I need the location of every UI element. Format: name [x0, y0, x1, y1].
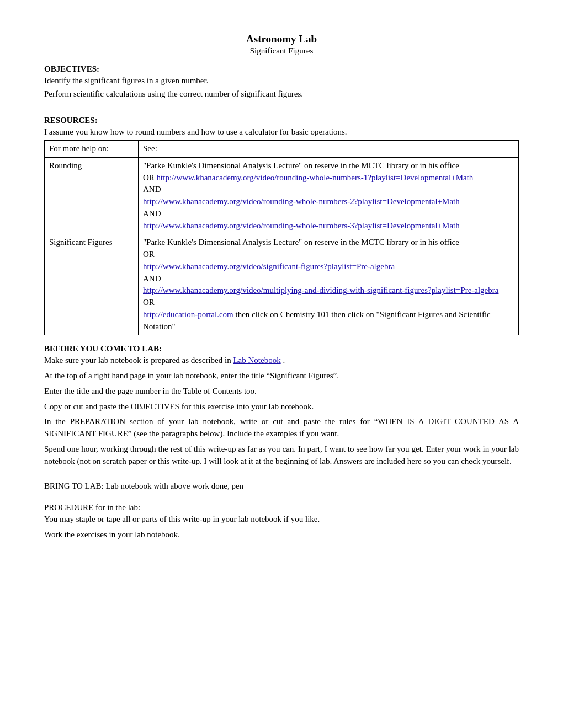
procedure-para-2: Work the exercises in your lab notebook.	[44, 529, 519, 541]
procedure-section: PROCEDURE for in the lab: You may staple…	[44, 503, 519, 541]
rounding-and-2: AND	[143, 209, 161, 218]
procedure-para-1: You may staple or tape all or parts of t…	[44, 513, 519, 526]
sig-figs-link-2[interactable]: http://www.khanacademy.org/video/multipl…	[143, 286, 498, 295]
before-lab-text-1a: Make sure your lab notebook is prepared …	[44, 356, 233, 365]
page-title: Astronomy Lab	[44, 33, 519, 45]
bring-to-lab-section: BRING TO LAB: Lab notebook with above wo…	[44, 481, 519, 491]
page-subtitle: Significant Figures	[44, 46, 519, 56]
topic-sig-figs: Significant Figures	[45, 234, 139, 335]
procedure-label: PROCEDURE for in the lab:	[44, 503, 519, 512]
topic-rounding: Rounding	[45, 157, 139, 234]
rounding-details: "Parke Kunkle's Dimensional Analysis Lec…	[139, 157, 519, 234]
resources-intro: I assume you know how to round numbers a…	[44, 126, 519, 138]
sig-figs-or-1: OR	[143, 250, 155, 259]
sig-figs-link-1[interactable]: http://www.khanacademy.org/video/signifi…	[143, 262, 395, 271]
before-lab-para-1: Make sure your lab notebook is prepared …	[44, 355, 519, 367]
before-lab-para-3: Enter the title and the page number in t…	[44, 386, 519, 398]
sig-figs-and-1: AND	[143, 274, 161, 283]
col-header-right: See:	[139, 141, 519, 158]
table-row-sig-figs: Significant Figures "Parke Kunkle's Dime…	[45, 234, 519, 335]
bring-to-lab-label: BRING TO LAB: Lab notebook with above wo…	[44, 481, 519, 491]
resources-table: For more help on: See: Rounding "Parke K…	[44, 140, 519, 335]
table-header-row: For more help on: See:	[45, 141, 519, 158]
before-lab-section: BEFORE YOU COME TO LAB: Make sure your l…	[44, 344, 519, 467]
before-lab-text-1b: .	[281, 356, 285, 365]
rounding-or-1: OR	[143, 173, 157, 182]
table-row-rounding: Rounding "Parke Kunkle's Dimensional Ana…	[45, 157, 519, 234]
objectives-section: OBJECTIVES: Identify the significant fig…	[44, 65, 519, 100]
sig-figs-details: "Parke Kunkle's Dimensional Analysis Lec…	[139, 234, 519, 335]
lab-notebook-link[interactable]: Lab Notebook	[233, 356, 280, 365]
objectives-item-1: Identify the significant figures in a gi…	[44, 75, 519, 87]
rounding-link-2[interactable]: http://www.khanacademy.org/video/roundin…	[143, 197, 460, 206]
before-lab-para-5: In the PREPARATION section of your lab n…	[44, 416, 519, 440]
rounding-and-1: AND	[143, 185, 161, 194]
sig-figs-text-1: "Parke Kunkle's Dimensional Analysis Lec…	[143, 238, 459, 247]
before-lab-para-2: At the top of a right hand page in your …	[44, 370, 519, 382]
resources-section: RESOURCES: I assume you know how to roun…	[44, 116, 519, 335]
objectives-item-2: Perform scientific calculations using th…	[44, 88, 519, 100]
before-lab-label: BEFORE YOU COME TO LAB:	[44, 344, 519, 354]
before-lab-para-4: Copy or cut and paste the OBJECTIVES for…	[44, 401, 519, 413]
objectives-label: OBJECTIVES:	[44, 65, 519, 74]
sig-figs-link-3[interactable]: http://education-portal.com	[143, 310, 233, 319]
sig-figs-or-2: OR	[143, 298, 155, 307]
before-lab-para-6: Spend one hour, working through the rest…	[44, 443, 519, 468]
rounding-link-3[interactable]: http://www.khanacademy.org/video/roundin…	[143, 221, 460, 230]
col-header-left: For more help on:	[45, 141, 139, 158]
rounding-link-1[interactable]: http://www.khanacademy.org/video/roundin…	[157, 173, 474, 182]
resources-label: RESOURCES:	[44, 116, 519, 125]
rounding-text-1: "Parke Kunkle's Dimensional Analysis Lec…	[143, 161, 459, 170]
